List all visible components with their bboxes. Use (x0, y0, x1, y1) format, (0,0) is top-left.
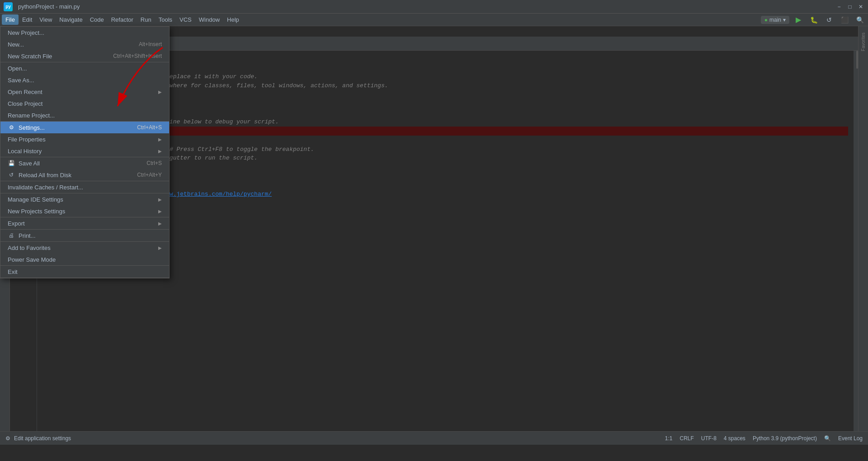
statusbar-position[interactable]: 1:1 (665, 435, 673, 442)
maximize-button[interactable]: □ (846, 3, 854, 10)
run-button[interactable]: ▶ (792, 14, 805, 26)
menu-section-8: 🖨 Print... (0, 230, 169, 242)
statusbar: ⚙ Edit application settings 1:1 CRLF UTF… (0, 431, 868, 445)
menu-label-new-project: New Project... (8, 29, 44, 36)
menu-label-print: Print... (19, 232, 36, 239)
menu-tools[interactable]: Tools (155, 14, 176, 25)
statusbar-encoding[interactable]: UTF-8 (701, 435, 717, 442)
debug-button[interactable]: 🐛 (807, 14, 820, 26)
statusbar-settings-icon: ⚙ (5, 435, 10, 442)
menu-section-7: Export ▶ (0, 217, 169, 230)
menu-item-add-to-favorites[interactable]: Add to Favorites ▶ (0, 242, 169, 254)
menu-view[interactable]: View (36, 14, 56, 25)
menu-section-2: Open... Save As... Open Recent ▶ Close P… (0, 62, 169, 122)
menu-run[interactable]: Run (137, 14, 155, 25)
run-config-selector[interactable]: ● main ▾ (761, 16, 789, 24)
menu-section-6: Manage IDE Settings ▶ New Projects Setti… (0, 193, 169, 217)
menu-label-exit: Exit (8, 268, 18, 275)
close-button[interactable]: ✕ (857, 3, 864, 10)
menu-item-print[interactable]: 🖨 Print... (0, 230, 169, 241)
menu-shortcut-new: Alt+Insert (139, 41, 162, 47)
menu-shortcut-new-scratch: Ctrl+Alt+Shift+Insert (113, 53, 162, 59)
menu-label-settings: Settings... (19, 124, 45, 131)
menu-code[interactable]: Code (86, 14, 108, 25)
menu-item-rename-project[interactable]: Rename Project... (0, 109, 169, 121)
menu-item-settings[interactable]: ⚙ Settings... Ctrl+Alt+S (0, 122, 169, 133)
file-dropdown-menu: New Project... New... Alt+Insert New Scr… (0, 26, 170, 278)
menu-vcs[interactable]: VCS (176, 14, 195, 25)
menu-item-new[interactable]: New... Alt+Insert (0, 38, 169, 50)
minimize-button[interactable]: − (835, 3, 843, 10)
stop-button[interactable]: ⬛ (838, 14, 851, 26)
menu-item-close-project[interactable]: Close Project (0, 98, 169, 109)
search-icon: 🔍 (824, 435, 831, 442)
menu-item-local-history[interactable]: Local History ▶ (0, 145, 169, 157)
menu-label-open: Open... (8, 65, 27, 72)
statusbar-indent[interactable]: 4 spaces (724, 435, 745, 442)
menu-item-open-recent[interactable]: Open Recent ▶ (0, 86, 169, 98)
menu-refactor[interactable]: Refactor (108, 14, 137, 25)
app-icon: py (4, 2, 13, 11)
menu-label-file-properties: File Properties (8, 136, 46, 143)
sidebar-item-favorites[interactable]: Favorites (860, 30, 867, 54)
menu-item-save-as[interactable]: Save As... (0, 74, 169, 86)
menu-item-invalidate-caches[interactable]: Invalidate Caches / Restart... (0, 181, 169, 193)
menu-label-new-projects-settings: New Projects Settings (8, 208, 65, 215)
menu-label-rename-project: Rename Project... (8, 112, 55, 119)
menu-item-reload-disk[interactable]: ↺ Reload All from Disk Ctrl+Alt+Y (0, 169, 169, 181)
menu-item-new-projects-settings[interactable]: New Projects Settings ▶ (0, 205, 169, 217)
menubar: File Edit View Navigate Code Refactor Ru… (0, 14, 868, 26)
menu-item-save-all[interactable]: 💾 Save All Ctrl+S (0, 157, 169, 169)
menu-label-new-scratch: New Scratch File (8, 53, 52, 60)
menu-shortcut-save-all: Ctrl+S (146, 160, 162, 166)
menu-label-reload-disk: Reload All from Disk (19, 172, 71, 179)
menu-item-manage-ide[interactable]: Manage IDE Settings ▶ (0, 193, 169, 205)
menu-edit[interactable]: Edit (19, 14, 36, 25)
menu-help[interactable]: Help (223, 14, 243, 25)
submenu-arrow-new-projects: ▶ (158, 209, 162, 214)
menu-item-power-save[interactable]: Power Save Mode (0, 254, 169, 265)
statusbar-event-log[interactable]: Event Log (838, 435, 863, 442)
submenu-arrow-manage-ide: ▶ (158, 197, 162, 202)
save-all-icon: 💾 (8, 160, 15, 167)
settings-icon: ⚙ (8, 124, 15, 131)
run-config-dropdown-icon: ▾ (783, 17, 786, 23)
statusbar-left: ⚙ Edit application settings (5, 435, 71, 442)
search-everywhere-button[interactable]: 🔍 (854, 14, 866, 26)
menu-label-add-favorites: Add to Favorites (8, 245, 51, 251)
menu-section-9: Add to Favorites ▶ Power Save Mode (0, 242, 169, 266)
menu-item-exit[interactable]: Exit (0, 266, 169, 278)
menu-label-invalidate: Invalidate Caches / Restart... (8, 184, 83, 191)
menu-file[interactable]: File (2, 14, 19, 25)
titlebar-left: py pythonProject - main.py (4, 2, 80, 11)
print-icon: 🖨 (8, 232, 15, 239)
statusbar-edit-settings[interactable]: Edit application settings (14, 435, 71, 442)
statusbar-right: 1:1 CRLF UTF-8 4 spaces Python 3.9 (pyth… (665, 435, 863, 442)
file-menu-dropdown: New Project... New... Alt+Insert New Scr… (0, 26, 170, 278)
submenu-arrow-open-recent: ▶ (158, 89, 162, 94)
menu-window[interactable]: Window (195, 14, 223, 25)
titlebar-title: pythonProject - main.py (18, 3, 80, 10)
menu-item-new-scratch[interactable]: New Scratch File Ctrl+Alt+Shift+Insert (0, 50, 169, 62)
menu-navigate[interactable]: Navigate (56, 14, 86, 25)
menu-shortcut-reload: Ctrl+Alt+Y (137, 172, 162, 178)
menu-label-new: New... (8, 41, 24, 48)
titlebar: py pythonProject - main.py − □ ✕ (0, 0, 868, 14)
menu-section-3: ⚙ Settings... Ctrl+Alt+S File Properties… (0, 122, 169, 157)
menu-label-local-history: Local History (8, 148, 42, 155)
submenu-arrow-export: ▶ (158, 221, 162, 226)
menu-label-close-project: Close Project (8, 100, 42, 107)
statusbar-line-ending[interactable]: CRLF (680, 435, 694, 442)
menu-label-save-as: Save As... (8, 77, 34, 84)
statusbar-python-version[interactable]: Python 3.9 (pythonProject) (753, 435, 817, 442)
menu-label-export: Export (8, 220, 25, 227)
menu-item-file-properties[interactable]: File Properties ▶ (0, 133, 169, 145)
menu-section-4: 💾 Save All Ctrl+S ↺ Reload All from Disk… (0, 157, 169, 181)
reload-icon: ↺ (8, 171, 15, 179)
menu-item-open[interactable]: Open... (0, 62, 169, 74)
vertical-scrollbar[interactable]: ✓ (854, 51, 858, 431)
reload-button[interactable]: ↺ (823, 14, 835, 26)
menu-item-new-project[interactable]: New Project... (0, 27, 169, 38)
menu-section-1: New Project... New... Alt+Insert New Scr… (0, 27, 169, 62)
menu-item-export[interactable]: Export ▶ (0, 217, 169, 229)
